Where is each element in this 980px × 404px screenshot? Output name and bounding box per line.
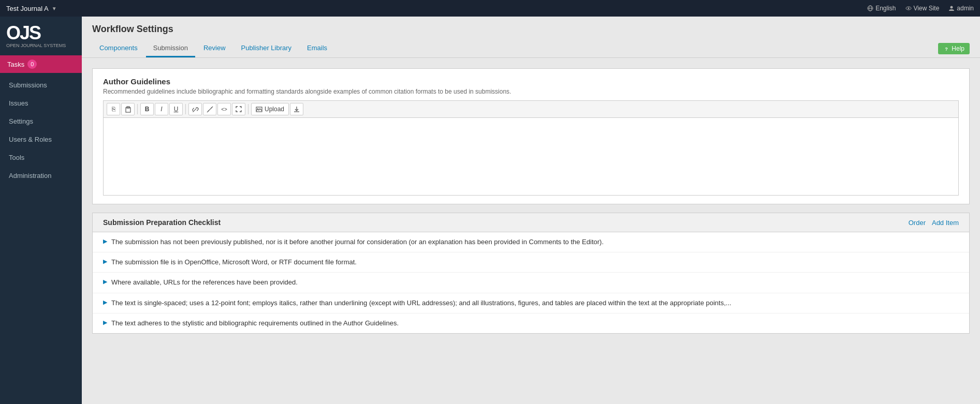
author-guidelines-section: Author Guidelines Recommended guidelines…: [92, 68, 970, 204]
checklist-text-4: The text is single-spaced; uses a 12-poi…: [111, 298, 732, 308]
language-selector[interactable]: English: [867, 5, 896, 12]
download-icon: [294, 106, 300, 112]
svg-point-5: [950, 6, 953, 9]
sidebar-item-submissions[interactable]: Submissions: [0, 76, 82, 94]
tab-submission[interactable]: Submission: [146, 40, 195, 57]
top-bar-right: English View Site admin: [867, 5, 974, 12]
checklist-title: Submission Preparation Checklist: [103, 218, 221, 227]
svg-text:?: ?: [945, 47, 948, 52]
sidebar-item-users-roles[interactable]: Users & Roles: [0, 130, 82, 148]
tasks-count: 0: [27, 59, 37, 69]
journal-selector[interactable]: Test Journal A ▼: [6, 5, 57, 12]
ojs-logo: OJSOPEN JOURNAL SYSTEMS: [6, 24, 66, 48]
view-site-label: View Site: [914, 5, 940, 12]
checklist-actions: Order Add Item: [909, 219, 959, 227]
sidebar-item-tools[interactable]: Tools: [0, 148, 82, 167]
sidebar-logo: OJSOPEN JOURNAL SYSTEMS: [0, 17, 82, 55]
image-icon: [256, 106, 262, 113]
toolbar-underline-btn[interactable]: U: [169, 103, 183, 115]
upload-label: Upload: [265, 106, 284, 113]
link-icon: [192, 106, 199, 113]
toolbar-link-btn[interactable]: [188, 103, 202, 115]
sidebar-nav: Submissions Issues Settings Users & Role…: [0, 76, 82, 185]
toolbar-italic-btn[interactable]: I: [155, 103, 168, 115]
checklist-arrow-2[interactable]: ▶: [103, 258, 107, 265]
tab-emails[interactable]: Emails: [300, 40, 334, 57]
fullscreen-icon: [236, 106, 242, 112]
admin-menu[interactable]: admin: [948, 5, 974, 12]
toolbar-paste-btn[interactable]: [121, 103, 135, 115]
svg-line-11: [207, 106, 212, 112]
ojs-subtitle: OPEN JOURNAL SYSTEMS: [6, 43, 66, 48]
toolbar-bold-btn[interactable]: B: [140, 103, 154, 115]
editor-toolbar: ⎘ B I U: [103, 100, 959, 118]
journal-dropdown-arrow: ▼: [52, 6, 57, 11]
toolbar-copy-btn[interactable]: ⎘: [107, 103, 120, 115]
tabs-bar: Components Submission Review Publisher L…: [82, 40, 980, 58]
checklist-items: ▶ The submission has not been previously…: [93, 232, 969, 333]
page-title: Workflow Settings: [92, 24, 970, 35]
main-layout: OJSOPEN JOURNAL SYSTEMS Tasks 0 Submissi…: [0, 17, 980, 404]
eye-icon: [905, 5, 912, 11]
content-area: Workflow Settings Components Submission …: [82, 17, 980, 404]
list-item: ▶ The submission has not been previously…: [93, 232, 969, 252]
checklist-text-3: Where available, URLs for the references…: [111, 278, 298, 287]
author-guidelines-desc: Recommended guidelines include bibliogra…: [103, 88, 959, 95]
tab-components[interactable]: Components: [92, 40, 145, 57]
tab-publisher-library[interactable]: Publisher Library: [234, 40, 299, 57]
checklist-arrow-1[interactable]: ▶: [103, 238, 107, 245]
toolbar-fullscreen-btn[interactable]: [232, 103, 245, 115]
sidebar-item-administration[interactable]: Administration: [0, 167, 82, 185]
author-guidelines-editor[interactable]: [103, 118, 959, 196]
list-item: ▶ The submission file is in OpenOffice, …: [93, 252, 969, 273]
sidebar-item-issues[interactable]: Issues: [0, 94, 82, 112]
language-label: English: [875, 5, 896, 12]
user-icon: [948, 5, 955, 11]
tab-review[interactable]: Review: [196, 40, 233, 57]
checklist-arrow-3[interactable]: ▶: [103, 278, 107, 285]
list-item: ▶ The text adheres to the stylistic and …: [93, 313, 969, 333]
toolbar-sep-2: [185, 104, 186, 114]
sidebar: OJSOPEN JOURNAL SYSTEMS Tasks 0 Submissi…: [0, 17, 82, 404]
tasks-label: Tasks: [7, 61, 24, 68]
svg-point-4: [908, 8, 909, 9]
checklist-section: Submission Preparation Checklist Order A…: [92, 213, 970, 334]
svg-line-10: [194, 108, 196, 110]
journal-name: Test Journal A: [6, 5, 49, 12]
sidebar-item-settings[interactable]: Settings: [0, 112, 82, 130]
unlink-icon: [207, 106, 213, 113]
author-guidelines-body: Author Guidelines Recommended guidelines…: [93, 69, 969, 204]
main-content: Author Guidelines Recommended guidelines…: [82, 58, 980, 404]
add-item-button[interactable]: Add Item: [932, 219, 959, 227]
checklist-arrow-5[interactable]: ▶: [103, 319, 107, 326]
list-item: ▶ Where available, URLs for the referenc…: [93, 273, 969, 293]
toolbar-sep-3: [248, 104, 248, 114]
toolbar-download-btn[interactable]: [290, 103, 303, 115]
checklist-text-2: The submission file is in OpenOffice, Mi…: [111, 258, 357, 267]
author-guidelines-title: Author Guidelines: [103, 77, 959, 86]
help-button[interactable]: ? Help: [938, 43, 970, 54]
globe-icon: [867, 5, 873, 11]
checklist-text-5: The text adheres to the stylistic and bi…: [111, 319, 399, 328]
top-bar: Test Journal A ▼ English View Site admin: [0, 0, 980, 17]
toolbar-unlink-btn[interactable]: [203, 103, 216, 115]
checklist-arrow-4[interactable]: ▶: [103, 299, 107, 306]
page-header: Workflow Settings: [82, 17, 980, 40]
order-button[interactable]: Order: [909, 219, 926, 227]
svg-point-13: [257, 108, 258, 109]
help-label: Help: [952, 45, 964, 52]
checklist-text-1: The submission has not been previously p…: [111, 237, 604, 247]
paste-icon: [125, 106, 131, 113]
view-site-btn[interactable]: View Site: [905, 5, 940, 12]
toolbar-upload-btn[interactable]: Upload: [251, 103, 289, 115]
toolbar-code-btn[interactable]: <>: [217, 103, 231, 115]
admin-label: admin: [957, 5, 974, 12]
help-icon: ?: [943, 46, 949, 52]
tasks-button[interactable]: Tasks 0: [0, 55, 82, 73]
checklist-header: Submission Preparation Checklist Order A…: [93, 213, 969, 232]
list-item: ▶ The text is single-spaced; uses a 12-p…: [93, 293, 969, 313]
toolbar-sep-1: [137, 104, 138, 114]
